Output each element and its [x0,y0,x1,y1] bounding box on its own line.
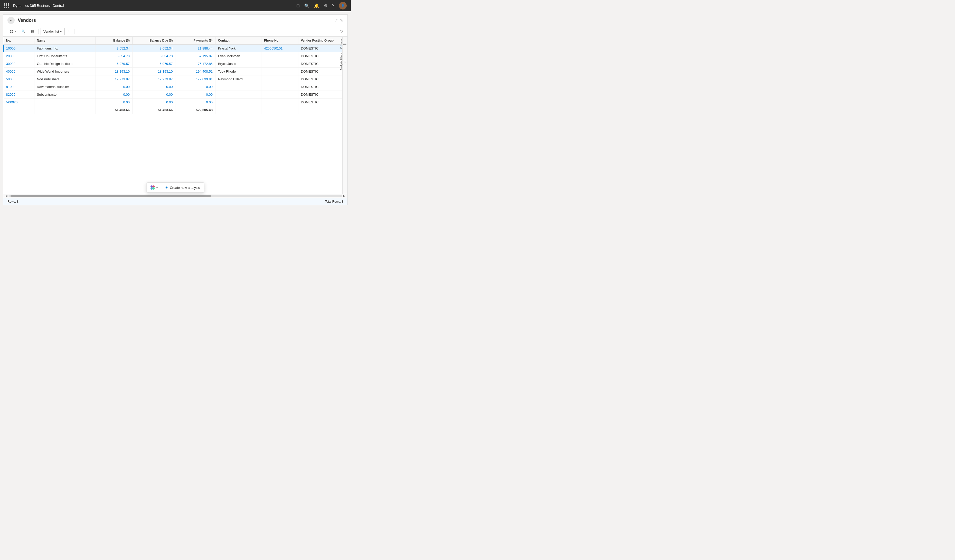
cell-balance-due: 0.00 [133,91,175,98]
search-icon: 🔍 [22,30,25,33]
cell-balance-due: 6,979.57 [133,60,175,68]
cell-no[interactable]: 30000 [3,60,34,68]
filter-icon[interactable]: ▽ [340,29,343,34]
cell-contact: Bryce Jasso [215,60,261,68]
side-panel: ||| Columns ▽ Analysis Filters [342,37,348,194]
vendor-list-button[interactable]: Vendor list ▾ [41,28,65,35]
cell-name: Raw material supplier [34,83,96,91]
columns-panel-toggle[interactable]: ||| Columns [343,37,348,51]
copilot-button[interactable]: ▾ [147,183,161,192]
scrollbar-track[interactable] [8,195,342,197]
cell-no[interactable]: 81000 [3,83,34,91]
cell-name: Nod Publishers [34,75,96,83]
table-container[interactable]: No. Name Balance ($) Balance Due ($) Pay… [3,37,348,194]
search-icon[interactable]: 🔍 [304,3,310,8]
waffle-icon[interactable] [4,3,9,8]
cell-name [34,98,96,106]
columns-icon: ||| [343,42,347,45]
vendor-list-label: Vendor list [44,30,59,33]
total-cell-balance: 51,453.66 [96,106,132,114]
table-row[interactable]: 81000 Raw material supplier 0.00 0.00 0.… [3,83,348,91]
status-bar: Rows: 8 Total Rows: 8 [3,198,348,205]
cell-no[interactable]: 82000 [3,91,34,98]
cell-phone [261,91,298,98]
cell-payments: 194,408.51 [175,68,215,75]
topbar-icons: ⊡ 🔍 🔔 ⚙ ? 👤 [296,2,347,9]
expand-icon[interactable]: ⤢ [335,18,338,23]
table-row[interactable]: 10000 Fabrikam, Inc. 3,652.34 3,652.34 2… [3,45,348,52]
cell-vendor-group: DOMESTIC [298,75,347,83]
toolbar-separator [38,29,39,34]
svg-point-3 [152,187,155,190]
cell-payments: 76,172.85 [175,60,215,68]
vendors-table: No. Name Balance ($) Balance Due ($) Pay… [3,37,348,114]
cell-no[interactable]: 40000 [3,68,34,75]
search-button[interactable]: 🔍 [19,28,28,35]
cell-payments: 21,888.44 [175,45,215,52]
cell-phone [261,98,298,106]
cell-balance: 3,652.34 [96,45,132,52]
help-icon[interactable]: ? [332,3,334,8]
create-analysis-button[interactable]: ✦ Create new analysis [161,183,204,192]
back-button[interactable]: ← [8,17,15,24]
filters-panel-toggle[interactable]: ▽ Analysis Filters [343,51,348,72]
total-rows-count: Total Rows: 8 [325,200,343,203]
collapse-icon[interactable]: ⤡ [340,18,343,23]
cell-balance: 17,273.87 [96,75,132,83]
col-header-payments: Payments ($) [175,37,215,45]
floating-action-bar: ▾ ✦ Create new analysis [146,183,204,193]
cell-name: Wide World Importers [34,68,96,75]
layout-button[interactable]: ▾ [8,28,18,35]
cell-phone[interactable]: 4255550101 [261,45,298,52]
scrollbar-thumb[interactable] [11,195,211,197]
cell-no[interactable]: 50000 [3,75,34,83]
scroll-right-arrow[interactable]: ▶ [342,195,346,197]
cell-balance: 18,193.10 [96,68,132,75]
total-cell-no [3,106,34,114]
cell-phone [261,52,298,60]
settings-icon[interactable]: ⚙ [324,3,327,8]
col-header-contact: Contact [215,37,261,45]
table-row[interactable]: 40000 Wide World Importers 18,193.10 18,… [3,68,348,75]
cell-balance-due: 0.00 [133,83,175,91]
cell-vendor-group: DOMESTIC [298,91,347,98]
cell-balance: 0.00 [96,91,132,98]
cell-payments: 0.00 [175,83,215,91]
cell-phone [261,75,298,83]
cell-payments: 0.00 [175,98,215,106]
copilot-icon [150,185,155,190]
total-cell-payments: 522,505.48 [175,106,215,114]
cell-no[interactable]: 10000 [3,45,34,52]
table-row[interactable]: 20000 First Up Consultants 5,354.78 5,35… [3,52,348,60]
cell-no[interactable]: 20000 [3,52,34,60]
filters-label: Analysis Filters [340,53,343,70]
cell-contact: Krystal York [215,45,261,52]
cell-contact [215,83,261,91]
notifications-icon[interactable]: 🔔 [314,3,319,8]
table-row[interactable]: 30000 Graphic Design Institute 6,979.57 … [3,60,348,68]
cell-balance-due: 18,193.10 [133,68,175,75]
col-header-phone: Phone No. [261,37,298,45]
cell-balance: 5,354.78 [96,52,132,60]
grid-view-button[interactable]: ▦ [29,28,36,35]
avatar-initials: 👤 [341,4,344,8]
columns-label: Columns [340,39,343,49]
table-row[interactable]: 82000 Subcontractor 0.00 0.00 0.00 DOMES… [3,91,348,98]
cell-balance-due: 3,652.34 [133,45,175,52]
add-button[interactable]: + [66,28,72,35]
total-cell-vendor-group [298,106,347,114]
table-row[interactable]: V00020 0.00 0.00 0.00 DOMESTIC [3,98,348,106]
cell-payments: 172,839.81 [175,75,215,83]
horizontal-scrollbar[interactable]: ◀ ▶ [3,194,348,198]
cell-balance-due: 17,273.87 [133,75,175,83]
page-header: ← Vendors ⤢ ⤡ [3,15,348,26]
cell-balance: 0.00 [96,83,132,91]
cell-vendor-group: DOMESTIC [298,98,347,106]
scroll-left-arrow[interactable]: ◀ [5,195,8,197]
table-row[interactable]: 50000 Nod Publishers 17,273.87 17,273.87… [3,75,348,83]
avatar[interactable]: 👤 [339,2,347,9]
screen-share-icon[interactable]: ⊡ [296,3,300,8]
cell-no[interactable]: V00020 [3,98,34,106]
cell-contact: Raymond Hillard [215,75,261,83]
page-title: Vendors [18,18,332,23]
